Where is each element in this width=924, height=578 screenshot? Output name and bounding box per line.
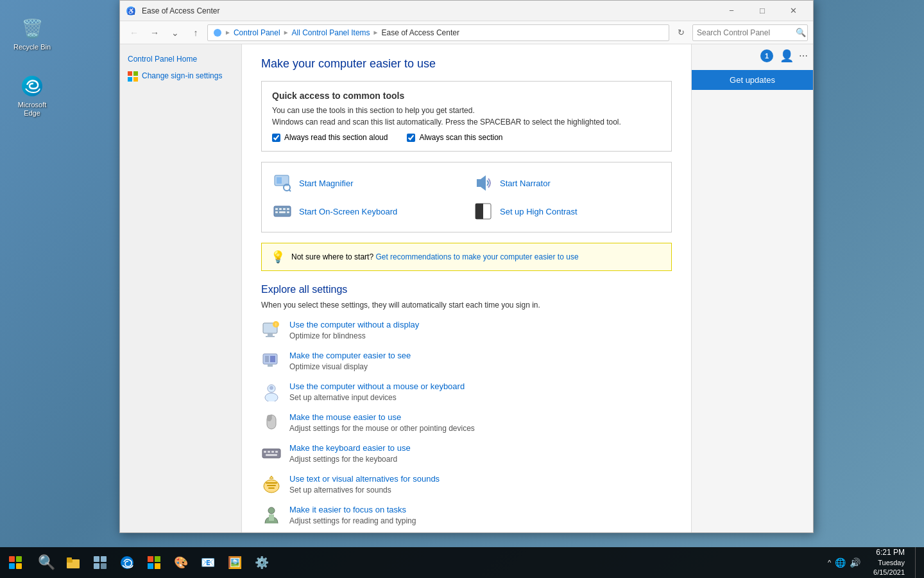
sidebar-control-panel-home[interactable]: Control Panel Home [128,55,234,65]
setting-easier-mouse: Make the mouse easier to use Adjust sett… [261,412,672,433]
checkbox-read-aloud-input[interactable] [272,134,280,142]
svg-rect-31 [270,356,275,362]
contrast-label[interactable]: Set up High Contrast [500,207,578,216]
taskbar-settings[interactable]: ⚙️ [249,550,275,575]
svg-rect-65 [155,563,160,569]
svg-rect-40 [264,451,266,453]
svg-rect-58 [101,556,107,562]
taskbar-photo[interactable]: 🖼️ [222,550,248,575]
sidebar-change-signin[interactable]: Change sign-in settings [128,71,234,82]
svg-point-3 [214,29,221,37]
edge-icon [19,73,45,99]
svg-rect-64 [148,563,153,569]
show-desktop-button[interactable] [915,547,919,578]
setting-easier-keyboard: Make the keyboard easier to use Adjust s… [261,443,672,464]
tool-magnifier[interactable]: Start Magnifier [272,173,460,193]
desktop-icon-edge[interactable]: Microsoft Edge [6,71,58,120]
taskbar-system-icons: ^ 🌐 🔊 [825,557,863,568]
tool-contrast[interactable]: Set up High Contrast [473,201,661,222]
svg-rect-46 [266,482,277,484]
svg-rect-22 [475,204,483,219]
search-input[interactable] [697,28,793,37]
setting-focus-tasks-text: Make it easier to focus on tasks Adjust … [289,505,416,525]
setting-easier-mouse-desc: Adjust settings for the mouse or other p… [289,424,475,433]
setting-no-display-link[interactable]: Use the computer without a display [289,320,419,329]
refresh-button[interactable]: ↻ [672,24,690,42]
up-button[interactable]: ↑ [187,24,205,42]
text-sound-icon [261,474,282,495]
tool-keyboard[interactable]: Start On-Screen Keyboard [272,201,460,222]
colorful-icon [128,71,138,82]
dropdown-button[interactable]: ⌄ [166,24,184,42]
narrator-label[interactable]: Start Narrator [500,179,551,188]
setting-easier-see-desc: Optimize visual display [289,362,368,371]
setting-focus-tasks-link[interactable]: Make it easier to focus on tasks [289,505,416,514]
setting-easier-mouse-text: Make the mouse easier to use Adjust sett… [289,412,475,433]
taskbar-clock[interactable]: 6:21 PM Tuesday 6/15/2021 [868,547,910,578]
network-icon[interactable]: 🌐 [835,557,846,568]
taskbar-mail[interactable]: 📧 [195,550,221,575]
hint-link[interactable]: Get recommendations to make your compute… [375,252,578,261]
setting-no-mouse-keyboard-link[interactable]: Use the computer without a mouse or keyb… [289,381,465,391]
checkbox-scan-label: Always scan this section [419,133,502,142]
svg-rect-17 [287,208,289,210]
svg-rect-15 [279,208,282,210]
svg-rect-57 [94,556,99,562]
svg-rect-26 [266,336,275,337]
forward-button[interactable]: → [146,24,164,42]
setting-text-sound-desc: Set up alternatives for sounds [289,486,391,495]
get-updates-button[interactable]: Get updates [692,70,813,90]
taskbar-microsoft-store[interactable] [141,550,167,575]
taskbar-search[interactable]: 🔍 [33,550,59,575]
svg-rect-16 [283,208,286,210]
keyboard-icon [272,201,293,222]
main-content: Make your computer easier to use Quick a… [242,44,691,532]
user-icon[interactable]: 👤 [780,49,794,63]
magnifier-label[interactable]: Start Magnifier [299,179,354,188]
svg-line-11 [289,190,291,192]
notification-list [692,92,813,532]
setting-easier-keyboard-text: Make the keyboard easier to use Adjust s… [289,443,411,464]
magnifier-icon [272,173,293,193]
volume-icon[interactable]: 🔊 [850,557,860,568]
menu-icon[interactable]: ⋯ [799,51,808,61]
svg-rect-18 [275,211,278,213]
svg-rect-62 [148,556,153,562]
desktop-icon-recycle-bin[interactable]: 🗑️ Recycle Bin [6,13,58,54]
maximize-button[interactable]: □ [748,1,777,21]
breadcrumb-control-panel[interactable]: Control Panel [234,28,280,37]
clock-time: 6:21 PM [873,547,905,558]
hint-icon: 💡 [271,250,285,264]
setting-text-sound-text: Use text or visual alternatives for soun… [289,474,440,495]
keyboard-label[interactable]: Start On-Screen Keyboard [299,207,397,216]
contrast-icon [473,201,493,222]
svg-rect-56 [67,557,72,560]
setting-easier-keyboard-link[interactable]: Make the keyboard easier to use [289,443,411,453]
show-hidden-icons[interactable]: ^ [828,559,831,566]
setting-easier-keyboard-desc: Adjust settings for the keyboard [289,455,397,464]
svg-rect-4 [128,71,132,76]
ease-of-access-window: ♿ Ease of Access Center − □ ✕ ← → ⌄ ↑ ► … [119,0,814,533]
close-button[interactable]: ✕ [778,1,808,21]
setting-easier-mouse-link[interactable]: Make the mouse easier to use [289,412,475,422]
taskbar-task-view[interactable] [87,550,113,575]
setting-text-sound-link[interactable]: Use text or visual alternatives for soun… [289,474,440,484]
taskbar-paint[interactable]: 🎨 [168,550,194,575]
start-button[interactable] [0,547,31,578]
taskbar-file-explorer[interactable] [60,550,86,575]
address-bar: ← → ⌄ ↑ ► Control Panel ► All Control Pa… [120,21,813,44]
svg-rect-39 [262,449,280,458]
setting-easier-see-text: Make the computer easier to see Optimize… [289,351,411,371]
setting-easier-see-link[interactable]: Make the computer easier to see [289,351,411,360]
taskbar-edge[interactable] [114,550,140,575]
back-button[interactable]: ← [125,24,143,42]
recycle-bin-icon: 🗑️ [19,15,45,41]
svg-marker-49 [270,476,273,478]
minimize-button[interactable]: − [717,1,746,21]
breadcrumb-all-items[interactable]: All Control Panel Items [292,28,370,37]
checkboxes-row: Always read this section aloud Always sc… [272,133,661,142]
checkbox-scan-input[interactable] [407,134,415,142]
taskbar-icons: 🔍 [31,550,277,575]
page-title: Make your computer easier to use [261,57,672,71]
tool-narrator[interactable]: Start Narrator [473,173,661,193]
